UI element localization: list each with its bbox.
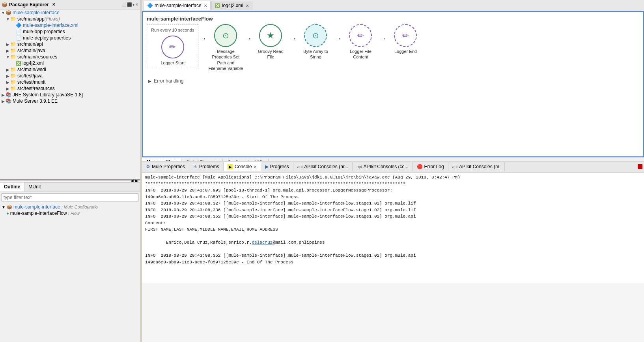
toggle-icon[interactable]: ▶ [1,99,6,103]
node-label: Logger Start [161,60,185,66]
flow-canvas: mule-sample-interfaceFlow Run every 10 s… [142,11,644,157]
trigger-label: Run every 10 seconds [151,28,194,32]
tree-item-mule-server[interactable]: ▶ 📚 Mule Server 3.9.1 EE [0,98,140,104]
tree-label: src/main/wsdl [17,67,46,72]
tab-console[interactable]: ▶ Console ✕ [224,162,261,171]
tree-item-mule-sample-interface[interactable]: ▼ 📦 mule-sample-interface [0,9,140,16]
tab-apikit-cc[interactable]: api APIkit Consoles (cc... [353,162,413,171]
console-line-4: INFO 2018-08-29 20:43:08,336 [[mule-samp… [145,207,641,214]
tree-label: JRE System Library [JavaSE-1.8] [13,92,83,98]
toggle-icon[interactable]: ▶ [6,68,10,72]
outline-label: mule-sample-interfaceFlow [10,210,67,216]
tab-log4j2[interactable]: ❎ log4j2.xml ✕ [211,1,252,10]
package-explorer-header: 📦 Package Explorer ✕ ⬜ ⬛ ▾ ✕ [0,0,140,9]
arrow-1: → [198,35,208,42]
outline-item-mule-flow[interactable]: ● mule-sample-interfaceFlow : Flow [1,210,139,216]
console-line-8: Enrico,Dela Cruz,Rafols,enrico.r.delacru… [145,233,641,253]
arrow-5: → [378,35,388,42]
minimize-icon[interactable]: ⬜ [121,2,126,7]
tab-munit[interactable]: MUnit [24,182,45,192]
tree-item-mule-deploy-props[interactable]: 📄 mule-deploy.properties [0,35,140,41]
flow-node-logger-file-content[interactable]: ✏ Logger File Content [343,24,378,60]
console-line-1: INFO 2018-08-29 20:43:07,993 [pool-18-th… [145,187,641,194]
toggle-icon[interactable]: ▶ [6,49,10,53]
tree-item-jre-system-library[interactable]: ▶ 📚 JRE System Library [JavaSE-1.8] [0,92,140,98]
flow-node-byte-array-to-string[interactable]: ⊙ Byte Array to String [298,24,333,60]
folder-icon: 📁 [10,54,16,60]
tree-item-src-main-api[interactable]: ▶ 📁 src/main/api [0,41,140,47]
tree-item-src-main-wsdl[interactable]: ▶ 📁 src/main/wsdl [0,66,140,73]
flow-node-groovy-read-file[interactable]: ★ Groovy Read File [253,24,288,60]
flow-title: mule-sample-interfaceFlow [147,16,639,22]
tab-progress[interactable]: ▶ Progress [261,162,293,171]
toggle-icon[interactable]: ▼ [6,55,10,59]
toggle-icon[interactable]: ▶ [6,74,10,78]
console-tab-close[interactable]: ✕ [254,165,257,169]
tab-error-log[interactable]: 🔴 Error Log [413,162,448,171]
tab-label: mule-sample-interface [155,3,202,8]
tree-item-log4j2-xml[interactable]: ❎ log4j2.xml [0,60,140,66]
tab-global-elements[interactable]: Global Elements [181,159,223,162]
outline-filter-input[interactable] [2,194,138,201]
toggle-icon[interactable]: ▶ [6,42,10,47]
package-explorer-title: Package Explorer [9,2,49,8]
panel-close-icon[interactable]: ✕ [135,2,138,7]
toggle-icon[interactable]: ▼ [6,17,10,21]
package-explorer-tree: ▼ 📦 mule-sample-interface ▼ 📁 src/main/a… [0,9,140,179]
console-email-link[interactable]: delacruz [252,240,273,245]
arrow-4: → [333,35,343,42]
tree-item-src-test-resources[interactable]: ▶ 📁 src/test/resources [0,85,140,92]
panel-menu-icon[interactable]: ▾ [133,2,134,7]
tab-label: Mule Properties [152,164,185,169]
outline-item-mule-sample-config[interactable]: ▼ 📦 mule-sample-interface : Mule Configu… [1,204,139,210]
tab-apikit-hr[interactable]: api APIkit Consoles (hr... [293,162,353,171]
tree-item-src-test-munit[interactable]: ▶ 📁 src/test/munit [0,79,140,85]
tree-item-mule-sample-xml[interactable]: 🔷 mule-sample-interface.xml [0,22,140,28]
tab-close-button[interactable]: ✕ [204,4,207,8]
tree-item-src-main-app[interactable]: ▼ 📁 src/main/app (Flows) [0,16,140,22]
outline-section: Outline MUnit ▼ 📦 mule-sample-interface … [0,182,140,342]
tab-apikit-m[interactable]: api APIkit Consoles (m. [448,162,505,171]
node-circle: ✏ [394,24,417,47]
tab-message-flow[interactable]: Message Flow [142,158,181,162]
arrow-2: → [243,35,253,42]
toggle-icon[interactable]: ▶ [6,86,10,91]
node-label: Logger End [394,49,417,54]
library-icon: 📚 [6,98,11,104]
node-label: Byte Array to String [300,49,331,60]
error-log-icon: 🔴 [417,164,423,169]
tab-problems[interactable]: ⚠ Problems [189,162,224,171]
toggle-icon[interactable]: ▼ [2,205,6,209]
tab-label: Error Log [424,164,444,169]
tree-item-src-main-java[interactable]: ▶ 📁 src/main/java [0,47,140,54]
tab-close-button[interactable]: ✕ [246,4,249,8]
close-icon[interactable]: ✕ [52,2,55,7]
tree-label: mule-sample-interface [13,10,60,15]
folder-icon: 📁 [10,67,16,72]
toggle-icon[interactable]: ▼ [1,11,6,15]
flow-node-logger-end[interactable]: ✏ Logger End [388,24,423,54]
tab-configuration-xml[interactable]: Configuration XML [223,159,269,162]
maximize-icon[interactable]: ⬛ [127,2,132,7]
tab-mule-properties[interactable]: ⚙ Mule Properties [142,162,189,171]
tree-label: src/test/resources [17,86,55,91]
editor-tab-bar: 🔷 mule-sample-interface ✕ ❎ log4j2.xml ✕ [142,0,644,11]
tab-label: APIkit Consoles (cc... [364,164,409,169]
error-handling[interactable]: ▶ Error handling [147,75,639,87]
flow-node-message-properties[interactable]: ⊙ Message Properties Set Path and Filena… [208,24,243,71]
tab-outline[interactable]: Outline [0,182,24,192]
tree-item-src-test-java[interactable]: ▶ 📁 src/test/java [0,73,140,79]
tree-item-mule-app-props[interactable]: 📄 mule-app.properties [0,28,140,35]
tree-item-src-main-resources[interactable]: ▼ 📁 src/main/resources [0,54,140,60]
toggle-icon[interactable]: ▶ [1,93,6,97]
node-circle: ✏ [161,36,184,58]
error-toggle-icon[interactable]: ▶ [148,79,151,83]
red-stop-button[interactable] [638,164,642,169]
tab-mule-sample-interface[interactable]: 🔷 mule-sample-interface ✕ [144,1,211,10]
flow-node-logger-start[interactable]: ✏ Logger Start [155,36,190,66]
toggle-icon[interactable]: ▶ [6,80,10,85]
console-line-7: FIRST NAME,LAST NAME,MIDDLE NAME,EMAIL,H… [145,226,641,233]
folder-icon: 📁 [10,86,16,91]
tree-label: src/test/java [17,73,43,79]
outline-sub-label: : Flow [68,211,80,216]
